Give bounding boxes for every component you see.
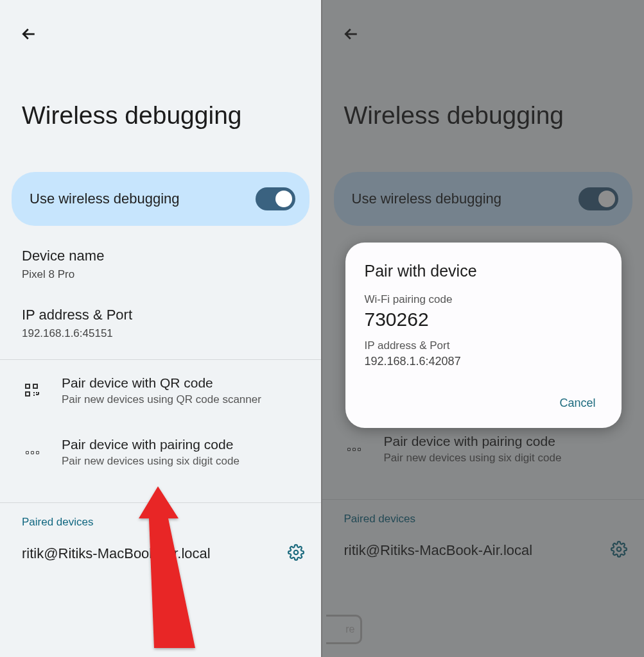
back-arrow-icon <box>19 24 39 44</box>
dialog-ip-value: 192.168.1.6:42087 <box>365 355 602 368</box>
svg-rect-0 <box>26 384 30 388</box>
paired-device-name: ritik@Ritiks-MacBook-Air.local <box>22 545 211 562</box>
dialog-ip-label: IP address & Port <box>365 339 602 352</box>
pairing-code-value: 730262 <box>365 309 602 330</box>
pair-code-subtitle: Pair new devices using six digit code <box>62 455 239 468</box>
pair-qr-row[interactable]: Pair device with QR code Pair new device… <box>0 360 321 422</box>
page-title: Wireless debugging <box>0 0 321 130</box>
device-name-label: Device name <box>22 248 299 264</box>
cancel-button[interactable]: Cancel <box>553 393 602 414</box>
gear-icon <box>288 544 304 561</box>
toggle-switch[interactable] <box>256 187 295 210</box>
screen-left: Wireless debugging Use wireless debuggin… <box>0 0 322 657</box>
ip-port-label: IP address & Port <box>22 307 299 323</box>
pair-qr-title: Pair device with QR code <box>62 375 261 391</box>
pairing-code-icon <box>19 451 45 454</box>
svg-rect-5 <box>33 395 35 396</box>
wireless-debugging-toggle-card[interactable]: Use wireless debugging <box>12 172 309 226</box>
ip-port-block: IP address & Port 192.168.1.6:45151 <box>0 307 321 340</box>
pairing-code-label: Wi-Fi pairing code <box>365 293 602 306</box>
paired-device-row[interactable]: ritik@Ritiks-MacBook-Air.local <box>0 535 321 572</box>
device-settings-button[interactable] <box>288 544 304 563</box>
svg-rect-1 <box>33 384 37 388</box>
pair-dialog: Pair with device Wi-Fi pairing code 7302… <box>345 243 622 428</box>
svg-point-6 <box>293 550 298 555</box>
device-name-block: Device name Pixel 8 Pro <box>0 248 321 281</box>
paired-devices-header: Paired devices <box>0 503 321 535</box>
toggle-label: Use wireless debugging <box>30 191 180 207</box>
svg-rect-4 <box>36 392 37 393</box>
pair-code-row[interactable]: Pair device with pairing code Pair new d… <box>0 422 321 483</box>
ip-port-value: 192.168.1.6:45151 <box>22 327 299 340</box>
switch-knob <box>275 191 292 207</box>
screen-right: Wireless debugging Use wireless debuggin… <box>322 0 645 657</box>
dialog-title: Pair with device <box>365 262 602 280</box>
pair-code-title: Pair device with pairing code <box>62 437 239 452</box>
device-name-value: Pixel 8 Pro <box>22 268 299 281</box>
svg-rect-2 <box>26 392 30 396</box>
svg-rect-3 <box>33 392 35 393</box>
qr-code-icon <box>19 383 45 398</box>
back-button[interactable] <box>19 24 39 46</box>
pair-qr-subtitle: Pair new devices using QR code scanner <box>62 393 261 406</box>
